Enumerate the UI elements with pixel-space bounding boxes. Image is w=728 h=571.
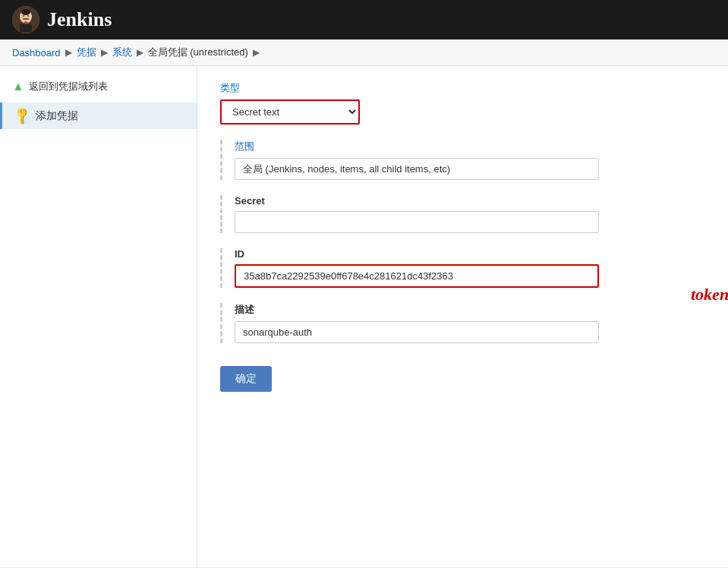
key-icon: 🔑	[11, 106, 33, 127]
svg-rect-6	[23, 18, 29, 20]
type-label: 类型	[220, 81, 705, 95]
back-arrow-icon: ▲	[12, 80, 24, 93]
content-area: 类型 Secret text 范围 Secret token	[197, 66, 728, 567]
token-annotation: token	[691, 285, 728, 304]
app-title: Jenkins	[47, 8, 112, 31]
scope-section: 范围	[220, 140, 705, 180]
breadcrumb-credentials[interactable]: 凭据	[77, 46, 96, 59]
back-to-credentials-link[interactable]: ▲ 返回到凭据域列表	[0, 75, 197, 98]
id-input[interactable]	[236, 266, 597, 286]
secret-label: Secret	[235, 195, 705, 207]
id-label: ID	[235, 248, 705, 260]
breadcrumb-sep-2: ▶	[101, 47, 108, 58]
breadcrumb-system[interactable]: 系统	[112, 46, 132, 59]
footer: CSDN @IoTHub - 物联网开源技术社区	[0, 567, 728, 571]
secret-section: Secret	[220, 195, 705, 233]
add-credential-label: 添加凭据	[36, 109, 78, 123]
breadcrumb-sep-1: ▶	[65, 47, 72, 58]
form-container: 类型 Secret text 范围 Secret token	[220, 81, 705, 392]
type-section: 类型 Secret text	[220, 81, 705, 125]
description-section: 描述	[220, 303, 705, 343]
id-section: ID	[220, 248, 705, 288]
id-input-wrapper	[235, 264, 599, 288]
svg-point-5	[27, 15, 29, 17]
breadcrumb-current: 全局凭据 (unrestricted)	[148, 46, 248, 59]
breadcrumb-sep-3: ▶	[137, 47, 143, 58]
svg-rect-8	[20, 24, 32, 32]
svg-point-3	[21, 9, 30, 15]
jenkins-logo-icon	[12, 6, 39, 33]
sidebar: ▲ 返回到凭据域列表 🔑 添加凭据	[0, 66, 197, 567]
app-header: Jenkins	[0, 0, 728, 39]
scope-label: 范围	[235, 140, 705, 153]
breadcrumb-dashboard[interactable]: Dashboard	[12, 47, 61, 58]
logo-area: Jenkins	[12, 6, 112, 33]
main-layout: ▲ 返回到凭据域列表 🔑 添加凭据 类型 Secret text 范围	[0, 66, 728, 567]
breadcrumb-sep-4: ▶	[253, 47, 260, 58]
submit-button[interactable]: 确定	[220, 366, 272, 392]
back-link-label: 返回到凭据域列表	[29, 80, 108, 93]
secret-input[interactable]	[235, 211, 599, 233]
scope-input[interactable]	[235, 158, 599, 180]
svg-point-4	[23, 15, 24, 17]
sidebar-item-add-credential[interactable]: 🔑 添加凭据	[0, 103, 197, 129]
type-select[interactable]: Secret text	[222, 101, 358, 123]
type-select-wrapper: Secret text	[220, 99, 360, 125]
description-input[interactable]	[235, 321, 599, 343]
breadcrumb: Dashboard ▶ 凭据 ▶ 系统 ▶ 全局凭据 (unrestricted…	[0, 39, 728, 66]
description-label: 描述	[235, 303, 705, 317]
